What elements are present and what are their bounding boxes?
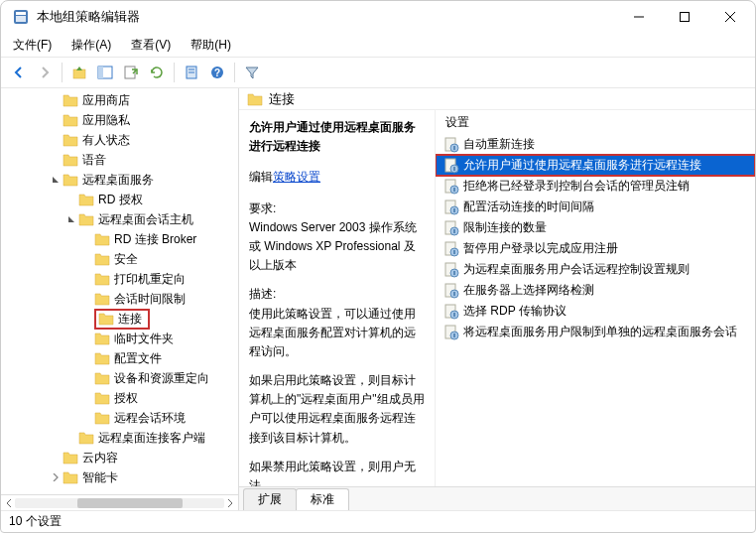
- tree-item[interactable]: 连接: [1, 309, 238, 329]
- setting-label: 在服务器上选择网络检测: [463, 282, 594, 299]
- tree-item[interactable]: 远程桌面服务: [1, 170, 238, 190]
- tree-item[interactable]: RD 连接 Broker: [1, 229, 238, 249]
- policy-icon: [443, 325, 459, 340]
- svg-text:?: ?: [214, 67, 220, 78]
- tree-item[interactable]: 配置文件: [1, 348, 238, 368]
- chevron-placeholder: [64, 431, 78, 445]
- help-button[interactable]: ?: [205, 61, 229, 84]
- tree-item-label: 授权: [114, 390, 138, 407]
- chevron-placeholder: [80, 351, 94, 365]
- setting-row[interactable]: 限制连接的数量: [436, 217, 755, 238]
- tree-item[interactable]: 语音: [1, 150, 238, 170]
- show-hide-tree-button[interactable]: [93, 61, 117, 84]
- tree-item[interactable]: 临时文件夹: [1, 329, 238, 348]
- tree-item-label: 云内容: [82, 450, 118, 466]
- setting-row[interactable]: 允许用户通过使用远程桌面服务进行远程连接: [436, 155, 755, 176]
- export-button[interactable]: [119, 61, 143, 84]
- tree-item[interactable]: 打印机重定向: [1, 269, 238, 289]
- chevron-placeholder: [80, 292, 94, 306]
- scroll-right-icon[interactable]: [224, 497, 236, 509]
- tree-hscrollbar[interactable]: [1, 494, 238, 510]
- menu-action[interactable]: 操作(A): [67, 35, 115, 56]
- chevron-placeholder: [80, 332, 94, 345]
- tree-item[interactable]: 应用隐私: [1, 110, 238, 130]
- setting-row[interactable]: 拒绝将已经登录到控制台会话的管理员注销: [436, 176, 755, 197]
- setting-row[interactable]: 将远程桌面服务用户限制到单独的远程桌面服务会话: [436, 322, 755, 342]
- chevron-placeholder: [49, 451, 63, 465]
- tree-item-label: RD 授权: [98, 192, 143, 208]
- menu-file[interactable]: 文件(F): [9, 35, 56, 56]
- policy-title: 允许用户通过使用远程桌面服务进行远程连接: [249, 118, 425, 156]
- setting-label: 自动重新连接: [463, 136, 535, 153]
- scroll-left-icon[interactable]: [3, 497, 15, 509]
- svg-rect-2: [16, 16, 26, 22]
- chevron-placeholder: [49, 153, 63, 167]
- chevron-placeholder: [80, 411, 94, 425]
- tree-item[interactable]: 远程会话环境: [1, 408, 238, 428]
- chevron-down-icon[interactable]: [64, 212, 78, 226]
- svg-rect-42: [453, 313, 455, 317]
- chevron-down-icon[interactable]: [49, 173, 63, 187]
- svg-rect-27: [453, 208, 455, 212]
- filter-button[interactable]: [240, 61, 264, 84]
- scroll-thumb[interactable]: [77, 498, 183, 508]
- menu-view[interactable]: 查看(V): [127, 35, 175, 56]
- chevron-right-icon[interactable]: [49, 470, 63, 484]
- tree-item-label: 远程桌面会话主机: [98, 211, 193, 228]
- policy-icon: [443, 283, 459, 299]
- minimize-button[interactable]: [616, 1, 662, 33]
- description-text-1: 使用此策略设置，可以通过使用远程桌面服务配置对计算机的远程访问。: [249, 305, 425, 362]
- tree-panel: 应用商店应用隐私有人状态语音远程桌面服务RD 授权远程桌面会话主机RD 连接 B…: [1, 88, 239, 510]
- setting-row[interactable]: 选择 RDP 传输协议: [436, 301, 755, 322]
- tree-item[interactable]: 授权: [1, 388, 238, 408]
- description-text-2: 如果启用此策略设置，则目标计算机上的"远程桌面用户"组成员用户可以使用远程桌面服…: [249, 371, 425, 448]
- edit-policy-link[interactable]: 策略设置: [273, 170, 320, 184]
- tree-item[interactable]: 远程桌面连接客户端: [1, 428, 238, 448]
- svg-rect-45: [453, 333, 455, 337]
- chevron-placeholder: [80, 391, 94, 405]
- edit-prefix: 编辑: [249, 170, 273, 184]
- setting-row[interactable]: 配置活动连接的时间间隔: [436, 197, 755, 217]
- tabs: 扩展 标准: [239, 486, 755, 510]
- tree-item[interactable]: 设备和资源重定向: [1, 368, 238, 388]
- tree-body[interactable]: 应用商店应用隐私有人状态语音远程桌面服务RD 授权远程桌面会话主机RD 连接 B…: [1, 88, 238, 494]
- setting-row[interactable]: 在服务器上选择网络检测: [436, 280, 755, 301]
- tree-item[interactable]: 云内容: [1, 448, 238, 467]
- menu-help[interactable]: 帮助(H): [187, 35, 235, 56]
- properties-button[interactable]: [180, 61, 203, 84]
- up-level-button[interactable]: [67, 61, 91, 84]
- tree-item[interactable]: 会话时间限制: [1, 289, 238, 309]
- close-button[interactable]: [707, 1, 753, 33]
- nav-forward-button[interactable]: [33, 61, 57, 84]
- tab-standard[interactable]: 标准: [296, 488, 349, 510]
- tree-item[interactable]: 有人状态: [1, 130, 238, 150]
- setting-row[interactable]: 自动重新连接: [436, 134, 755, 155]
- tab-extended[interactable]: 扩展: [243, 488, 297, 510]
- tree-item[interactable]: 智能卡: [1, 467, 238, 487]
- settings-list[interactable]: 自动重新连接允许用户通过使用远程桌面服务进行远程连接拒绝将已经登录到控制台会话的…: [436, 134, 755, 486]
- policy-icon: [443, 158, 459, 174]
- nav-back-button[interactable]: [7, 61, 31, 84]
- tree-item-label: 有人状态: [82, 132, 130, 149]
- setting-row[interactable]: 暂停用户登录以完成应用注册: [436, 238, 755, 259]
- svg-rect-21: [453, 167, 455, 171]
- app-icon: [13, 9, 29, 25]
- settings-column-header[interactable]: 设置: [436, 110, 755, 134]
- tree-item-label: 安全: [114, 251, 138, 268]
- description-text-3: 如果禁用此策略设置，则用户无法: [249, 458, 425, 486]
- window-title: 本地组策略编辑器: [37, 8, 616, 26]
- svg-rect-7: [73, 69, 85, 78]
- svg-rect-24: [453, 188, 455, 192]
- detail-panel: 连接 允许用户通过使用远程桌面服务进行远程连接 编辑策略设置 要求: Windo…: [239, 88, 755, 510]
- tree-item[interactable]: RD 授权: [1, 190, 238, 209]
- tree-item[interactable]: 安全: [1, 249, 238, 269]
- refresh-button[interactable]: [145, 61, 169, 84]
- tree-item[interactable]: 远程桌面会话主机: [1, 209, 238, 229]
- tree-item-label: 远程桌面连接客户端: [98, 430, 205, 447]
- titlebar: 本地组策略编辑器: [1, 1, 755, 33]
- svg-rect-30: [453, 229, 455, 233]
- setting-row[interactable]: 为远程桌面服务用户会话远程控制设置规则: [436, 259, 755, 280]
- svg-rect-39: [453, 292, 455, 296]
- tree-item[interactable]: 应用商店: [1, 90, 238, 110]
- maximize-button[interactable]: [662, 1, 707, 33]
